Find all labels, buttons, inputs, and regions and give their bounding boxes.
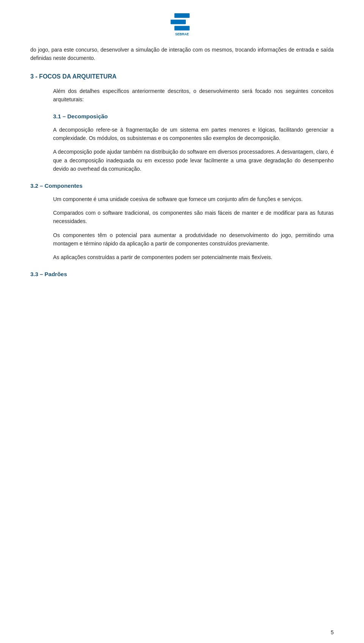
section-3-2-title: 3.2 – Componentes <box>30 182 334 189</box>
logo-container: SEBRAE <box>167 11 197 38</box>
section-3-3-title: 3.3 – Padrões <box>30 271 334 277</box>
section-3-2-paragraph4: As aplicações construídas a partir de co… <box>30 253 334 261</box>
section-3-3: 3.3 – Padrões <box>30 271 334 277</box>
section-3-1-paragraph2: A decomposição pode ajudar também na dis… <box>30 148 334 173</box>
section-3-intro: Além dos detalhes específicos anteriorme… <box>30 87 334 104</box>
section-3-2-paragraph1: Um componente é uma unidade coesiva de s… <box>30 195 334 203</box>
svg-text:SEBRAE: SEBRAE <box>175 32 189 36</box>
section-3-2-paragraph3: Os componentes têm o potencial para aume… <box>30 231 334 248</box>
section-3-2-paragraph2: Comparados com o software tradicional, o… <box>30 209 334 226</box>
section-3: 3 - FOCOS DA ARQUITETURA Além dos detalh… <box>30 73 334 104</box>
section-3-title: 3 - FOCOS DA ARQUITETURA <box>30 73 334 80</box>
intro-paragraph: do jogo, para este concurso, desenvolver… <box>30 46 334 63</box>
sebrae-logo-icon: SEBRAE <box>167 11 197 38</box>
page: SEBRAE do jogo, para este concurso, dese… <box>0 0 364 643</box>
page-header: SEBRAE <box>30 0 334 46</box>
section-3-1-title: 3.1 – Decomposição <box>30 113 334 119</box>
section-3-1-paragraph1: A decomposição refere-se à fragmentação … <box>30 126 334 143</box>
page-number: 5 <box>331 629 334 635</box>
svg-rect-0 <box>174 13 190 18</box>
svg-rect-2 <box>174 26 190 30</box>
svg-rect-1 <box>171 20 186 24</box>
section-3-2: 3.2 – Componentes Um componente é uma un… <box>30 182 334 262</box>
section-3-1: 3.1 – Decomposição A decomposição refere… <box>30 113 334 173</box>
